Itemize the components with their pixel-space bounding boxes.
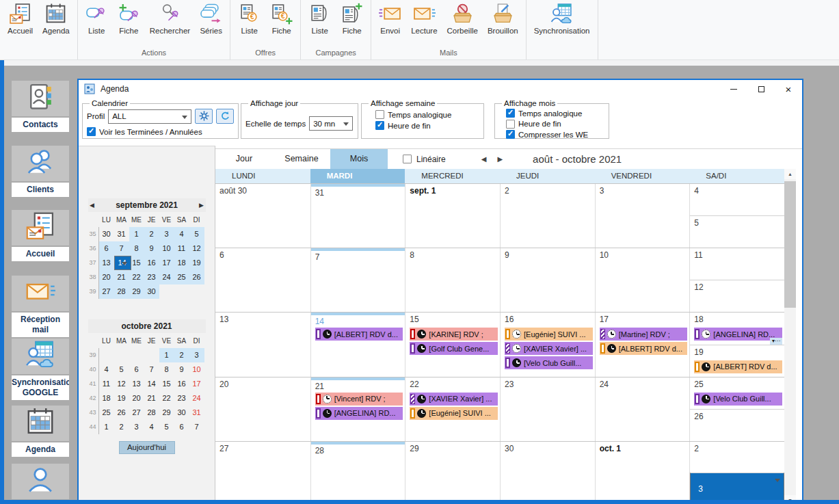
mini-day-5[interactable]: 5 — [114, 362, 129, 377]
day-cell-10[interactable]: 10 — [595, 248, 690, 312]
day-cell-sept-1[interactable]: sept. 1 — [405, 184, 500, 248]
day-cell-20[interactable]: 20 — [215, 377, 310, 441]
minimize-button[interactable] — [720, 81, 747, 97]
day-cell-2[interactable]: 2 — [500, 184, 595, 248]
mini-day-28[interactable]: 28 — [114, 284, 129, 299]
mini-day-30[interactable]: 30 — [144, 284, 159, 299]
ribbon-button-agenda-misc[interactable]: Agenda — [38, 2, 75, 46]
mini-day-6[interactable]: 6 — [129, 362, 144, 377]
ribbon-button-fiche-offres[interactable]: €Fiche — [265, 2, 297, 45]
mini-day-28[interactable]: 28 — [144, 406, 159, 420]
mini-day-21[interactable]: 21 — [114, 270, 129, 284]
day-cell-27[interactable]: 27 — [215, 442, 310, 504]
next-month-arrow[interactable]: ▶ — [196, 198, 207, 212]
mini-day-15[interactable]: 15 — [159, 377, 174, 391]
ribbon-button-fiche-actions[interactable]: Fiche — [113, 2, 145, 45]
ribbon-button-brouillon-mails[interactable]: Brouillon — [483, 2, 523, 45]
day-cell-7[interactable]: 7 — [310, 248, 405, 312]
sidebar-item-synchronisation-google[interactable]: Synchronisation GOOGLE — [12, 339, 69, 400]
day-cell-15[interactable]: 15[KARINE] RDV ;[Golf Club Gene... — [405, 313, 500, 376]
window-titlebar[interactable]: Agenda × — [79, 80, 802, 98]
mini-day-5[interactable]: 5 — [159, 420, 174, 434]
day-cell-18[interactable]: 18[ANGELINA] RD...▾⋯ — [690, 313, 784, 344]
scrollbar-thumb[interactable] — [784, 181, 796, 308]
mini-day-5[interactable]: 5 — [189, 227, 204, 241]
mini-day-4[interactable]: 4 — [99, 362, 114, 377]
mini-day-6[interactable]: 6 — [99, 241, 114, 256]
profil-select[interactable]: ALL — [108, 109, 191, 124]
mini-day-17[interactable]: 17 — [159, 256, 174, 270]
mini-day-16[interactable]: 16 — [174, 377, 189, 391]
mini-day-12[interactable]: 12 — [189, 241, 204, 256]
mini-day-30[interactable]: 30 — [174, 406, 189, 420]
maximize-button[interactable] — [747, 81, 775, 97]
day-cell-30[interactable]: 30 — [500, 442, 595, 504]
mini-day-26[interactable]: 26 — [114, 406, 129, 420]
mini-day-18[interactable]: 18 — [174, 256, 189, 270]
prev-month-arrow[interactable]: ◀ — [87, 198, 98, 212]
mini-day-4[interactable]: 4 — [144, 420, 159, 434]
mini-day-12[interactable]: 12 — [114, 377, 129, 391]
day-cell-13[interactable]: 13 — [215, 313, 310, 376]
echelle-select[interactable]: 30 mn — [309, 116, 353, 131]
event[interactable]: [Golf Club Gene... — [410, 342, 498, 355]
scroll-up-icon[interactable]: ▲ — [784, 169, 796, 179]
day-cell-25[interactable]: 25[Velo Club Guill... — [690, 377, 784, 409]
heure-de-fin-checkbox[interactable] — [506, 120, 515, 129]
mini-day-24[interactable]: 24 — [189, 391, 204, 406]
close-button[interactable]: × — [775, 81, 802, 97]
mini-day-15[interactable]: 15 — [129, 256, 144, 270]
day-cell-oct-1[interactable]: oct. 1 — [595, 442, 690, 504]
day-cell-16[interactable]: 16[Eugénie] SUIVI ...[XAVIER Xavier] ...… — [500, 313, 595, 376]
mini-day-8[interactable]: 8 — [129, 241, 144, 256]
day-cell-26[interactable]: 26 — [690, 409, 784, 441]
mini-day-4[interactable]: 4 — [174, 227, 189, 241]
refresh-button[interactable] — [216, 109, 234, 124]
mini-day-31[interactable]: 31 — [189, 406, 204, 420]
day-cell-3[interactable]: 3 — [595, 184, 690, 248]
sidebar-item-reception-mail[interactable]: Réception mail — [12, 276, 69, 337]
mini-day-24[interactable]: 24 — [159, 270, 174, 284]
day-cell-28[interactable]: 28 — [310, 442, 405, 504]
settings-button[interactable] — [195, 109, 213, 124]
mini-day-14[interactable]: 14 — [114, 256, 131, 270]
mini-day-27[interactable]: 27 — [99, 284, 114, 299]
sidebar-item-misc[interactable] — [12, 464, 69, 499]
mini-day-9[interactable]: 9 — [174, 362, 189, 377]
temps-analogique-checkbox[interactable] — [506, 109, 515, 118]
mini-day-20[interactable]: 20 — [99, 270, 114, 284]
mini-day-11[interactable]: 11 — [99, 377, 114, 391]
mini-day-25[interactable]: 25 — [174, 270, 189, 284]
mini-day-11[interactable]: 11 — [174, 241, 189, 256]
ribbon-button-fiche-campagnes[interactable]: Fiche — [336, 2, 368, 45]
compresser-les-we-checkbox[interactable] — [506, 130, 515, 139]
mini-day-14[interactable]: 14 — [144, 377, 159, 391]
mini-day-7[interactable]: 7 — [144, 362, 159, 377]
lineaire-option[interactable]: Linéaire — [403, 155, 446, 164]
event[interactable]: [Eugénie] SUIVI ... — [410, 407, 498, 420]
ribbon-button-liste-offres[interactable]: €Liste — [233, 2, 265, 45]
event[interactable]: [ANGELINA] RD... — [694, 328, 782, 341]
mini-day-3[interactable]: 3 — [189, 348, 204, 362]
event[interactable]: [XAVIER Xavier] ... — [505, 342, 593, 355]
mini-day-26[interactable]: 26 — [189, 270, 204, 284]
day-cell-11[interactable]: 11 — [690, 248, 784, 280]
mini-day-3[interactable]: 3 — [129, 420, 144, 434]
day-cell-17[interactable]: 17[Martine] RDV ;[ALBERT] RDV d... — [595, 313, 690, 376]
scrollbar-track[interactable] — [784, 179, 796, 495]
day-cell-14[interactable]: 14[ALBERT] RDV d... — [310, 313, 405, 376]
day-cell-29[interactable]: 29 — [405, 442, 500, 504]
mini-day-29[interactable]: 29 — [159, 406, 174, 420]
mini-day-19[interactable]: 19 — [189, 256, 204, 270]
mini-day-21[interactable]: 21 — [144, 391, 159, 406]
day-cell-aout-30[interactable]: août 30 — [215, 184, 310, 248]
day-cell-19[interactable]: 19[ALBERT] RDV d... — [690, 345, 784, 377]
mini-day-16[interactable]: 16 — [144, 256, 159, 270]
lineaire-checkbox[interactable] — [403, 155, 412, 163]
ribbon-button-liste-actions[interactable]: Liste — [81, 2, 113, 45]
mini-day-2[interactable]: 2 — [144, 227, 159, 241]
event[interactable]: [Eugénie] SUIVI ... — [505, 328, 593, 341]
sidebar-item-clients[interactable]: Clients — [12, 146, 69, 197]
sidebar-item-accueil[interactable]: Accueil — [12, 210, 69, 261]
sidebar-item-contacts[interactable]: Contacts — [12, 81, 69, 132]
